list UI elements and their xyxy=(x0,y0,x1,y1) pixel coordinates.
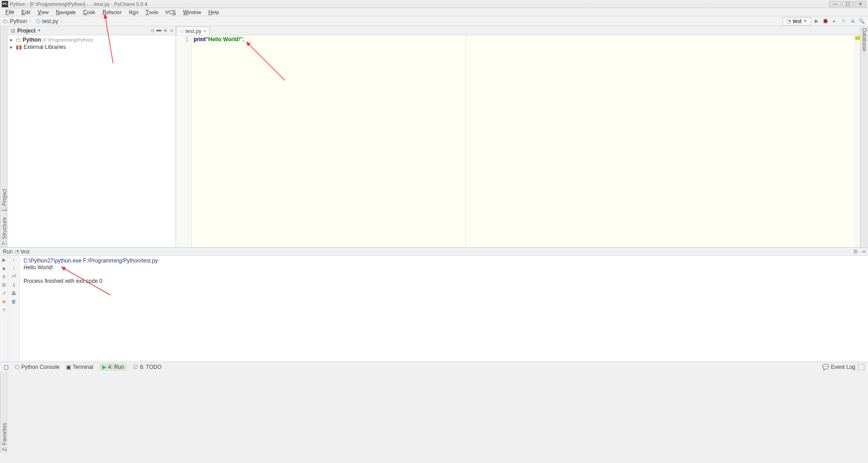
status-show-windows[interactable]: ▢ xyxy=(4,364,9,370)
chevron-right-icon: 〉 xyxy=(60,17,66,25)
menu-view[interactable]: View xyxy=(34,9,52,15)
maximize-button[interactable]: ☐ xyxy=(842,1,854,7)
status-indicator[interactable] xyxy=(858,364,864,370)
close-button[interactable]: ✕ xyxy=(854,1,866,7)
status-bar: ▢ ⬡ Python Console ▣ Terminal ▶ 4: Run ☑… xyxy=(0,362,868,372)
debug-button[interactable]: 🐞 xyxy=(822,18,829,25)
code-tail: ; xyxy=(243,36,244,43)
collapse-all-icon[interactable]: ➖ xyxy=(156,28,161,33)
search-everywhere-button[interactable]: 🔍 xyxy=(858,18,865,25)
editor-marker-strip[interactable] xyxy=(854,35,860,247)
menu-navigate[interactable]: Navigate xyxy=(52,9,80,15)
code-line: print"Hello World!"; xyxy=(194,36,853,43)
code-text-area[interactable]: print"Hello World!"; xyxy=(192,35,854,247)
run-output[interactable]: C:\Python27\python.exe F:/Programming/Py… xyxy=(20,256,868,362)
editor-tab[interactable]: ⬡ test.py × xyxy=(177,27,209,35)
caret-right-icon[interactable]: ▶ xyxy=(10,45,14,49)
run-config-selector[interactable]: ◔ test ▼ xyxy=(783,17,811,25)
menu-edit[interactable]: Edit xyxy=(18,9,34,15)
output-finished-line: Process finished with exit code 0 xyxy=(24,278,864,285)
event-log-icon: 💬 xyxy=(822,364,829,370)
menu-run[interactable]: Run xyxy=(125,9,142,15)
menu-tools[interactable]: Tools xyxy=(142,9,162,15)
stripe-database[interactable]: Database xyxy=(861,28,868,51)
caret-right-icon[interactable]: ▶ xyxy=(10,38,14,42)
run-panel-config-name: test xyxy=(21,248,29,255)
left-tool-stripe: 7: Structure 1: Project xyxy=(0,26,8,247)
output-command-line: C:\Python27\python.exe F:/Programming/Py… xyxy=(24,258,864,264)
project-panel-title: Project xyxy=(17,28,36,34)
window-title: Python - [F:\Programming\Python] - ...\t… xyxy=(10,1,147,7)
project-tool-window: ⊞ Project ▼ ⊙ ➖ ⚙ ⇥ ▶ 🗀 Python (F:\Progr… xyxy=(8,26,176,247)
status-run[interactable]: ▶ 4: Run xyxy=(100,363,127,371)
app-icon: PC xyxy=(2,1,8,7)
warning-marker[interactable] xyxy=(855,36,860,40)
tree-root[interactable]: ▶ 🗀 Python (F:\Programming\Python) xyxy=(10,36,174,43)
status-event-log[interactable]: 💬 Event Log xyxy=(822,364,855,370)
output-line: Hello World! xyxy=(24,264,864,271)
pause-icon[interactable]: ⏸ xyxy=(1,274,6,279)
close-icon[interactable]: ✕ xyxy=(2,299,6,305)
code-keyword: print xyxy=(194,36,206,43)
run-button[interactable]: ▶ xyxy=(813,18,820,25)
close-tab-icon[interactable]: × xyxy=(203,28,206,34)
run-with-coverage-button[interactable]: ▸ xyxy=(831,18,838,25)
status-python-console[interactable]: ⬡ Python Console xyxy=(15,364,60,370)
status-terminal[interactable]: ▣ Terminal xyxy=(66,364,93,370)
run-actions-column: ▶ ■ ⏸ ⊞ ↗ ✕ ? xyxy=(0,256,8,362)
stop-button[interactable]: ↻ xyxy=(840,18,847,25)
rerun-icon[interactable]: ▶ xyxy=(2,257,6,263)
menu-refactor[interactable]: Refactor xyxy=(99,9,125,15)
menu-code[interactable]: Code xyxy=(80,9,99,15)
hide-icon[interactable]: ⇥ xyxy=(169,28,173,33)
tree-external-libs[interactable]: ▶ ▮▮ External Libraries xyxy=(10,43,174,51)
gear-icon[interactable]: ⚙ xyxy=(853,248,858,255)
soft-wrap-icon[interactable]: ⏎ xyxy=(12,273,16,279)
menu-bar: File Edit View Navigate Code Refactor Ru… xyxy=(0,8,868,16)
breadcrumb-root[interactable]: Python xyxy=(10,18,27,24)
clear-all-icon[interactable]: 🗑 xyxy=(11,299,16,304)
scroll-from-source-icon[interactable]: ⊙ xyxy=(151,28,154,33)
menu-vcs[interactable]: VCS xyxy=(161,9,179,15)
breadcrumb: 🗀 Python 〉 ⬡ test.py 〉 xyxy=(3,17,66,25)
stop-icon[interactable]: ■ xyxy=(2,266,5,271)
editor-tab-label: test.py xyxy=(185,28,201,34)
run-icon: ▶ xyxy=(102,364,106,370)
breadcrumb-file[interactable]: test.py xyxy=(42,18,58,24)
menu-file[interactable]: File xyxy=(2,9,18,15)
menu-help[interactable]: Help xyxy=(205,9,223,15)
up-arrow-icon[interactable]: ↑ xyxy=(13,257,15,263)
stripe-structure[interactable]: 7: Structure xyxy=(1,217,8,245)
todo-icon: ☑ xyxy=(133,364,138,370)
stripe-favorites[interactable]: 2: Favorites xyxy=(1,423,8,451)
help-icon[interactable]: ? xyxy=(2,308,5,313)
menu-window[interactable]: Window xyxy=(180,9,205,15)
run-config-label: test xyxy=(793,18,802,24)
update-project-button[interactable]: ⇊ xyxy=(849,18,856,25)
gear-icon[interactable]: ⚙ xyxy=(163,28,167,33)
print-icon[interactable]: 🖶 xyxy=(11,291,16,296)
dump-threads-icon[interactable]: ⊞ xyxy=(2,282,6,288)
terminal-icon: ▣ xyxy=(66,364,71,370)
hide-icon[interactable]: ⇥ xyxy=(861,248,865,255)
restore-layout-icon[interactable]: ↗ xyxy=(2,291,6,296)
editor-gutter: 1 xyxy=(176,35,192,247)
run-panel-title-prefix: Run xyxy=(3,248,13,255)
tree-root-name: Python xyxy=(23,37,41,43)
run-tool-window: Run ◔ test ⚙ ⇥ ▶ ■ ⏸ ⊞ ↗ ✕ ? ↑ ↓ ⏎ ⤓ 🖶 🗑… xyxy=(0,247,868,362)
python-icon: ⬡ xyxy=(15,364,19,370)
scroll-to-end-icon[interactable]: ⤓ xyxy=(12,282,16,288)
editor-body[interactable]: 1 print"Hello World!"; xyxy=(176,35,860,247)
config-icon: ◔ xyxy=(787,18,791,24)
project-view-icon: ⊞ xyxy=(11,28,15,34)
left-bottom-stripe: 2: Favorites xyxy=(0,372,8,453)
project-tree[interactable]: ▶ 🗀 Python (F:\Programming\Python) ▶ ▮▮ … xyxy=(8,35,175,247)
folder-icon: 🗀 xyxy=(16,37,21,43)
down-arrow-icon[interactable]: ↓ xyxy=(13,265,15,271)
status-todo[interactable]: ☑ 6: TODO xyxy=(133,364,161,370)
minimize-button[interactable]: — xyxy=(829,1,841,7)
stripe-project[interactable]: 1: Project xyxy=(1,189,8,212)
library-icon: ▮▮ xyxy=(16,44,22,50)
chevron-down-icon[interactable]: ▼ xyxy=(38,29,41,33)
chevron-right-icon: 〉 xyxy=(28,17,34,25)
